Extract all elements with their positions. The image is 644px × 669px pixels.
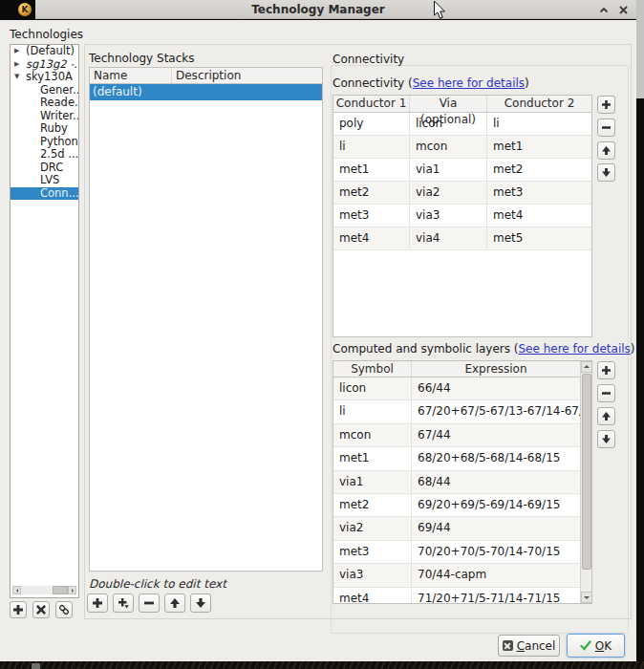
tree-item-25d[interactable]: 2.5d ...: [11, 148, 78, 162]
ok-button[interactable]: OK: [567, 634, 625, 658]
tree-item-default[interactable]: (Default): [11, 45, 78, 58]
table-row[interactable]: met471/20+71/5-71/14-71/15: [333, 588, 591, 604]
table-row[interactable]: li67/20+67/5-67/13-67/14-67/15: [333, 400, 591, 423]
table-row[interactable]: limconmet1: [333, 136, 591, 159]
remove-stack-button[interactable]: [139, 593, 160, 613]
column-header-via[interactable]: Via (optional): [410, 96, 487, 112]
technology-stacks-table[interactable]: Name Description (default): [89, 67, 323, 572]
remove-connection-button[interactable]: [597, 119, 615, 137]
tree-item-drc[interactable]: DRC: [11, 162, 78, 175]
table-row[interactable]: met168/20+68/5-68/14-68/15: [333, 447, 591, 470]
tree-item-ruby[interactable]: Ruby: [11, 122, 78, 136]
move-connection-up-button[interactable]: [597, 141, 615, 160]
column-header-conductor1[interactable]: Conductor 1: [333, 96, 410, 112]
move-layer-down-button[interactable]: [597, 430, 615, 448]
add-stack-button[interactable]: [87, 593, 108, 613]
remove-layer-button[interactable]: [597, 384, 615, 402]
table-row[interactable]: met2via2met3: [333, 182, 591, 205]
layers-heading: Computed and symbolic layers (See here f…: [333, 342, 635, 356]
table-row[interactable]: (default): [90, 84, 322, 100]
scrollbar-thumb[interactable]: [53, 586, 68, 594]
table-row[interactable]: via168/44: [333, 471, 591, 494]
table-row[interactable]: polyliconli: [333, 113, 591, 136]
table-row[interactable]: via370/44-capm: [333, 564, 591, 587]
layers-details-link[interactable]: See here for details: [518, 342, 630, 356]
scroll-up-icon[interactable]: [581, 361, 592, 373]
tree-horizontal-scrollbar[interactable]: [12, 586, 76, 594]
move-layer-up-button[interactable]: [597, 407, 615, 425]
close-window-button[interactable]: [615, 3, 631, 17]
heading-suffix: ): [631, 342, 635, 356]
tree-item-python[interactable]: Python: [11, 136, 78, 149]
add-technology-button[interactable]: [10, 601, 27, 618]
table-row[interactable]: licon66/44: [333, 378, 591, 400]
connectivity-details-link[interactable]: See here for details: [413, 76, 525, 90]
move-stack-up-button[interactable]: [164, 593, 185, 613]
stacks-table-header[interactable]: Name Description: [90, 68, 322, 84]
technologies-tree[interactable]: (Default) sg13g2 -. sky130A Gener... Rea…: [10, 44, 79, 598]
expand-expanded-icon[interactable]: [14, 71, 24, 84]
link-technology-button[interactable]: [55, 601, 73, 618]
delete-technology-button[interactable]: [32, 601, 50, 618]
table-row[interactable]: met3via3met4: [333, 205, 591, 227]
connectivity-table[interactable]: Conductor 1 Via (optional) Conductor 2 p…: [333, 95, 592, 337]
column-header-description[interactable]: Description: [172, 68, 322, 83]
plus-icon: [13, 605, 23, 615]
tree-item-lvs[interactable]: LVS: [11, 174, 78, 187]
cancel-button[interactable]: Cancel: [498, 635, 560, 657]
expand-collapsed-icon[interactable]: [14, 45, 24, 58]
arrow-down-icon: [602, 168, 611, 177]
expand-collapsed-icon[interactable]: [14, 58, 24, 72]
tree-item-connectivity[interactable]: Conn...: [11, 187, 78, 201]
link-icon: [58, 604, 70, 615]
tree-item-writer[interactable]: Writer...: [11, 110, 78, 123]
column-header-conductor2[interactable]: Conductor 2: [487, 96, 591, 112]
edit-hint-text: Double-click to edit text: [89, 577, 226, 591]
arrow-up-icon: [602, 412, 611, 421]
scroll-left-icon[interactable]: [12, 586, 21, 594]
technology-stacks-title: Technology Stacks: [89, 52, 195, 65]
technologies-label: Technologies: [10, 28, 83, 41]
scroll-down-icon[interactable]: [581, 592, 592, 603]
column-header-name[interactable]: Name: [90, 68, 172, 83]
heading-prefix: Connectivity (: [333, 76, 413, 90]
connectivity-table-header[interactable]: Conductor 1 Via (optional) Conductor 2: [333, 96, 591, 113]
table-row[interactable]: met370/20+70/5-70/14-70/15: [333, 541, 591, 564]
tree-item-general[interactable]: Gener...: [11, 84, 78, 97]
column-header-expression[interactable]: Expression: [412, 361, 580, 377]
shade-window-button[interactable]: [596, 3, 612, 17]
column-header-symbol[interactable]: Symbol: [333, 361, 412, 377]
table-row[interactable]: mcon67/44: [333, 424, 591, 447]
taskbar-notch: [32, 663, 40, 669]
heading-prefix: Computed and symbolic layers (: [333, 342, 518, 356]
add-layer-button[interactable]: [597, 361, 615, 379]
mouse-cursor: [433, 0, 447, 25]
scroll-right-icon[interactable]: [68, 586, 76, 594]
tree-item-reader[interactable]: Reade...: [11, 97, 78, 110]
layers-vertical-scrollbar[interactable]: [580, 361, 591, 603]
move-stack-down-button[interactable]: [190, 593, 211, 613]
chevron-up-icon: [599, 7, 609, 13]
titlebar[interactable]: K Technology Manager: [0, 0, 636, 19]
plus-icon: [602, 366, 611, 375]
minus-icon: [602, 389, 611, 398]
stack-name-cell[interactable]: (default): [93, 85, 142, 98]
table-row[interactable]: met1via1met2: [333, 159, 591, 182]
tree-item-sky130a[interactable]: sky130A: [11, 71, 78, 84]
plus-icon: [93, 598, 102, 608]
layers-table-header[interactable]: Symbol Expression: [333, 361, 580, 378]
table-row[interactable]: via269/44: [333, 517, 591, 540]
arrow-down-icon: [602, 435, 611, 443]
scrollbar-thumb[interactable]: [582, 374, 591, 570]
move-connection-down-button[interactable]: [597, 163, 615, 182]
table-row[interactable]: met4via4met5: [333, 227, 591, 250]
clone-stack-button[interactable]: [113, 593, 134, 613]
connectivity-group-title: Connectivity: [333, 53, 404, 66]
layers-table[interactable]: Symbol Expression licon66/44 li67/20+67/…: [333, 360, 592, 604]
table-row[interactable]: met269/20+69/5-69/14-69/15: [333, 494, 591, 517]
tree-item-sg13g2[interactable]: sg13g2 -.: [11, 58, 78, 72]
add-connection-button[interactable]: [597, 96, 615, 114]
heading-suffix: ): [525, 76, 529, 90]
close-icon: [619, 6, 628, 14]
connectivity-heading: Connectivity (See here for details): [333, 76, 529, 90]
